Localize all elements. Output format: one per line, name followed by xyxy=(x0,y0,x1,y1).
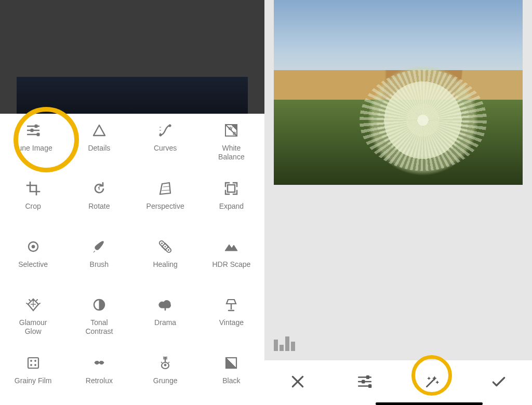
tool-label: Brush xyxy=(88,260,111,269)
tool-drama[interactable]: Drama xyxy=(132,288,198,346)
tool-label: Tonal Contrast xyxy=(83,318,115,336)
tool-vintage[interactable]: Vintage xyxy=(198,288,264,346)
tools-pane: Tune ImageDetailsCurvesWhite BalanceCrop… xyxy=(0,0,264,405)
tool-label: White Balance xyxy=(216,144,247,161)
expand-icon xyxy=(224,181,238,196)
bandage-icon xyxy=(158,239,172,254)
mountains-icon xyxy=(224,239,238,254)
target-icon xyxy=(26,239,41,254)
tool-white-balance[interactable]: White Balance xyxy=(198,114,264,172)
tool-healing[interactable]: Healing xyxy=(132,230,198,288)
film-icon xyxy=(26,356,41,370)
tool-tonal-contrast[interactable]: Tonal Contrast xyxy=(66,288,132,346)
check-icon xyxy=(491,374,507,392)
toolbar-tune-button[interactable] xyxy=(349,367,380,398)
tools-sheet: Tune ImageDetailsCurvesWhite BalanceCrop… xyxy=(0,114,264,405)
tool-label: Grainy Film xyxy=(12,376,54,385)
toolbar-apply-button[interactable] xyxy=(483,367,514,398)
tool-label: Perspective xyxy=(144,202,187,211)
brush-icon xyxy=(92,239,107,254)
editor-pane xyxy=(264,0,532,405)
tool-label: Retrolux xyxy=(84,376,115,385)
sliders-icon xyxy=(26,123,41,138)
left-image-preview xyxy=(17,77,248,114)
tool-label: Rotate xyxy=(86,202,112,211)
svg-rect-3 xyxy=(291,342,295,351)
editor-toolbar xyxy=(264,360,532,405)
toolbar-auto-button[interactable] xyxy=(416,367,447,398)
tool-retrolux[interactable]: Retrolux xyxy=(66,346,132,404)
toolbar-cancel-button[interactable] xyxy=(282,367,313,398)
tool-label: Grunge xyxy=(151,376,180,385)
svg-rect-2 xyxy=(285,336,289,351)
crop-icon xyxy=(26,181,41,196)
perspective-icon xyxy=(158,181,172,196)
tool-label: Crop xyxy=(23,202,43,211)
tool-label: Expand xyxy=(217,202,246,211)
svg-rect-1 xyxy=(280,345,284,351)
wand-icon xyxy=(424,374,440,392)
tool-selective[interactable]: Selective xyxy=(0,230,66,288)
cloud-icon xyxy=(158,298,172,312)
active-tab-underline xyxy=(376,402,483,405)
tool-glamour-glow[interactable]: Glamour Glow xyxy=(0,288,66,346)
left-image-preview-backdrop xyxy=(0,0,264,114)
tool-details[interactable]: Details xyxy=(66,114,132,172)
tool-label: Details xyxy=(86,144,112,153)
tool-label: Black xyxy=(220,376,242,385)
curves-icon xyxy=(158,123,172,138)
tool-label: Selective xyxy=(16,260,50,269)
tool-label: Glamour Glow xyxy=(17,318,49,336)
triangle-icon xyxy=(92,123,107,138)
tool-grunge[interactable]: Grunge xyxy=(132,346,198,404)
tool-black[interactable]: Black xyxy=(198,346,264,404)
contrast-sq-icon xyxy=(224,356,238,370)
tool-label: Healing xyxy=(151,260,179,269)
tool-tune-image[interactable]: Tune Image xyxy=(0,114,66,172)
tool-label: Curves xyxy=(152,144,179,153)
tool-label: Vintage xyxy=(217,318,246,327)
tool-hdr-scape[interactable]: HDR Scape xyxy=(198,230,264,288)
histogram-icon[interactable] xyxy=(274,335,298,351)
edited-image xyxy=(274,0,523,185)
tool-grainy-film[interactable]: Grainy Film xyxy=(0,346,66,404)
tool-curves[interactable]: Curves xyxy=(132,114,198,172)
lamp-icon xyxy=(224,298,238,312)
half-circle-icon xyxy=(92,298,107,312)
tool-crop[interactable]: Crop xyxy=(0,172,66,230)
close-icon xyxy=(290,374,305,392)
tool-perspective[interactable]: Perspective xyxy=(132,172,198,230)
tool-label: Tune Image xyxy=(12,144,55,153)
guitar-icon xyxy=(158,356,172,370)
tool-rotate[interactable]: Rotate xyxy=(66,172,132,230)
tool-expand[interactable]: Expand xyxy=(198,172,264,230)
diamond-icon xyxy=(26,298,41,312)
mustache-icon xyxy=(92,356,107,370)
svg-rect-0 xyxy=(274,340,278,351)
tool-label: HDR Scape xyxy=(210,260,252,269)
sliders-icon xyxy=(357,374,373,392)
tool-label: Drama xyxy=(152,318,178,327)
tool-brush[interactable]: Brush xyxy=(66,230,132,288)
wb-icon xyxy=(224,123,238,138)
rotate-icon xyxy=(92,181,107,196)
